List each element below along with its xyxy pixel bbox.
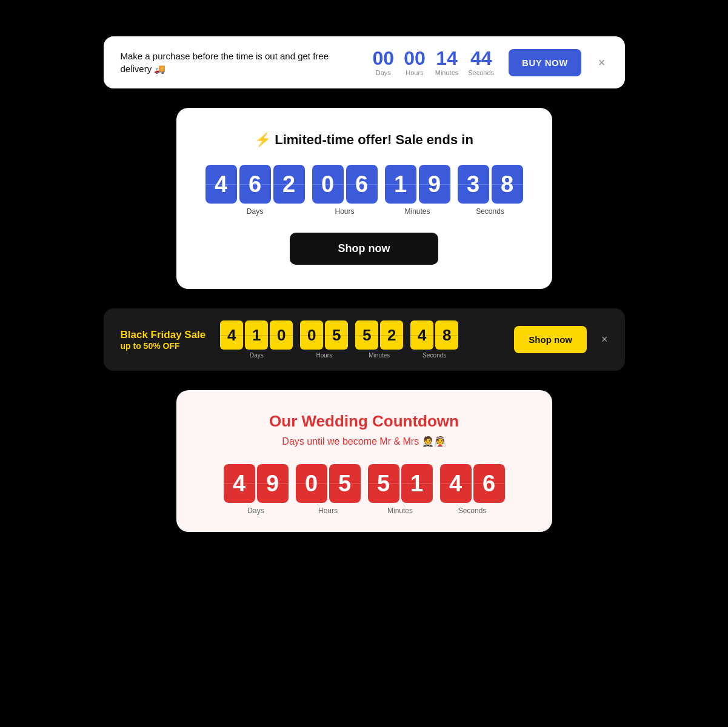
card-seconds-unit: 3 8 Seconds: [458, 165, 523, 216]
card-minutes-d0: 1: [385, 165, 416, 204]
banner-timer: 00 Days 00 Hours 14 Minutes 44 Seconds: [373, 48, 495, 76]
card-timer: 4 6 2 Days 0 6 Hours 1 9 Minutes 3 8: [205, 165, 523, 216]
wedding-hours-d1: 5: [329, 464, 361, 503]
bf-shop-now-button[interactable]: Shop now: [514, 326, 587, 353]
wedding-seconds-digits: 4 6: [440, 464, 505, 503]
wedding-days-d1: 9: [257, 464, 289, 503]
wedding-minutes-digits: 5 1: [368, 464, 433, 503]
wedding-subtitle: Days until we become Mr & Mrs 🤵👰: [205, 436, 523, 447]
wedding-minutes-d0: 5: [368, 464, 399, 503]
bf-hours-digits: 0 5: [300, 320, 348, 350]
banner-days-label: Days: [373, 69, 395, 76]
wedding-hours-digits: 0 5: [296, 464, 361, 503]
wedding-seconds-unit: 4 6 Seconds: [440, 464, 505, 515]
banner-seconds-unit: 44 Seconds: [468, 48, 494, 76]
bf-days-d1: 1: [245, 320, 268, 350]
bf-close-button[interactable]: ×: [601, 333, 608, 346]
card-days-d2: 2: [273, 165, 305, 204]
banner-seconds-label: Seconds: [468, 69, 494, 76]
bf-hours-d0: 0: [300, 320, 323, 350]
wedding-days-d0: 4: [224, 464, 255, 503]
card-seconds-d0: 3: [458, 165, 489, 204]
banner-widget: Make a purchase before the time is out a…: [104, 36, 625, 88]
card-days-d0: 4: [205, 165, 237, 204]
bf-days-unit: 4 1 0 Days: [220, 320, 293, 359]
bf-days-d2: 0: [270, 320, 293, 350]
banner-minutes-value: 14: [435, 48, 459, 68]
bf-seconds-unit: 4 8 Seconds: [410, 320, 458, 359]
bf-timer: 4 1 0 Days 0 5 Hours 5 2 Minutes 4 8: [220, 320, 499, 359]
card-hours-unit: 0 6 Hours: [312, 165, 378, 216]
bf-hours-d1: 5: [325, 320, 348, 350]
wedding-minutes-unit: 5 1 Minutes: [368, 464, 433, 515]
banner-minutes-label: Minutes: [435, 69, 459, 76]
banner-message: Make a purchase before the time is out a…: [121, 50, 358, 75]
wedding-minutes-label: Minutes: [368, 506, 433, 515]
wedding-days-label: Days: [224, 506, 289, 515]
wedding-seconds-label: Seconds: [440, 506, 505, 515]
bf-message: Black Friday Sale up to 50% OFF: [121, 329, 206, 351]
wedding-hours-unit: 0 5 Hours: [296, 464, 361, 515]
bf-minutes-d1: 2: [380, 320, 403, 350]
card-days-digits: 4 6 2: [205, 165, 305, 204]
bf-minutes-digits: 5 2: [355, 320, 403, 350]
wedding-timer: 4 9 Days 0 5 Hours 5 1 Minutes 4 6 Secon…: [205, 464, 523, 515]
card-hours-digits: 0 6: [312, 165, 378, 204]
card-minutes-unit: 1 9 Minutes: [385, 165, 450, 216]
card-minutes-label: Minutes: [385, 207, 450, 216]
bf-seconds-d0: 4: [410, 320, 433, 350]
bf-days-label: Days: [220, 352, 293, 359]
wedding-hours-d0: 0: [296, 464, 327, 503]
bf-banner-widget: Black Friday Sale up to 50% OFF 4 1 0 Da…: [104, 308, 625, 371]
card-shop-now-button[interactable]: Shop now: [290, 233, 439, 265]
card-seconds-d1: 8: [492, 165, 523, 204]
bf-days-d0: 4: [220, 320, 243, 350]
card-days-label: Days: [205, 207, 305, 216]
wedding-widget: Our Wedding Countdown Days until we beco…: [176, 390, 552, 532]
wedding-hours-label: Hours: [296, 506, 361, 515]
banner-seconds-value: 44: [468, 48, 494, 68]
card-minutes-d1: 9: [419, 165, 450, 204]
card-days-unit: 4 6 2 Days: [205, 165, 305, 216]
wedding-days-unit: 4 9 Days: [224, 464, 289, 515]
bf-seconds-d1: 8: [435, 320, 458, 350]
banner-minutes-unit: 14 Minutes: [435, 48, 459, 76]
wedding-minutes-d1: 1: [401, 464, 433, 503]
banner-hours-value: 00: [404, 48, 426, 68]
wedding-seconds-d1: 6: [473, 464, 505, 503]
bf-minutes-unit: 5 2 Minutes: [355, 320, 403, 359]
card-seconds-digits: 3 8: [458, 165, 523, 204]
card-widget: ⚡ Limited-time offer! Sale ends in 4 6 2…: [176, 108, 552, 289]
banner-hours-unit: 00 Hours: [404, 48, 426, 76]
banner-close-button[interactable]: ×: [596, 53, 608, 72]
bf-hours-unit: 0 5 Hours: [300, 320, 348, 359]
bf-minutes-d0: 5: [355, 320, 378, 350]
wedding-seconds-d0: 4: [440, 464, 472, 503]
card-hours-label: Hours: [312, 207, 378, 216]
banner-hours-label: Hours: [404, 69, 426, 76]
buy-now-button[interactable]: BUY NOW: [509, 49, 581, 76]
bf-title: Black Friday Sale: [121, 329, 206, 341]
bf-seconds-label: Seconds: [410, 352, 458, 359]
card-title: ⚡ Limited-time offer! Sale ends in: [205, 132, 523, 148]
bf-subtitle: up to 50% OFF: [121, 341, 206, 351]
bf-hours-label: Hours: [300, 352, 348, 359]
card-hours-d0: 0: [312, 165, 344, 204]
bf-seconds-digits: 4 8: [410, 320, 458, 350]
wedding-days-digits: 4 9: [224, 464, 289, 503]
wedding-title: Our Wedding Countdown: [205, 412, 523, 431]
banner-days-value: 00: [373, 48, 395, 68]
card-days-d1: 6: [239, 165, 271, 204]
card-minutes-digits: 1 9: [385, 165, 450, 204]
bf-days-digits: 4 1 0: [220, 320, 293, 350]
card-hours-d1: 6: [346, 165, 378, 204]
banner-days-unit: 00 Days: [373, 48, 395, 76]
card-seconds-label: Seconds: [458, 207, 523, 216]
bf-minutes-label: Minutes: [355, 352, 403, 359]
